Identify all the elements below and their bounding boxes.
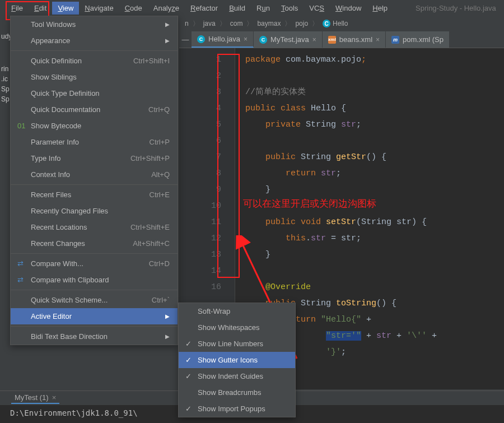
class-icon: C: [259, 36, 267, 44]
menu-recent-files[interactable]: Recent FilesCtrl+E: [11, 187, 178, 203]
submenu-show-indent-guides[interactable]: ✓Show Indent Guides: [179, 368, 295, 384]
breadcrumb-part[interactable]: java: [203, 20, 216, 27]
menubar: File Edit View Navigate Code Analyze Ref…: [0, 0, 504, 16]
menu-window[interactable]: Window: [330, 2, 367, 15]
tab-hello[interactable]: C Hello.java ×: [192, 31, 254, 48]
class-icon: C: [197, 35, 205, 43]
close-icon[interactable]: ×: [376, 36, 380, 44]
menu-recent-changes[interactable]: Recent ChangesAlt+Shift+C: [11, 235, 178, 252]
breadcrumb: n 〉 java 〉 com 〉 baymax 〉 pojo 〉 C Hello: [179, 16, 504, 31]
menu-separator: [11, 326, 178, 327]
chevron-right-icon: ▶: [165, 333, 170, 340]
submenu-show-breadcrumbs[interactable]: Show Breadcrumbs: [179, 384, 295, 401]
chevron-right-icon: 〉: [193, 19, 199, 29]
menu-quick-definition[interactable]: Quick DefinitionCtrl+Shift+I: [11, 53, 178, 69]
menu-recently-changed-files[interactable]: Recently Changed Files: [11, 203, 178, 219]
menu-quick-switch-scheme[interactable]: Quick Switch Scheme...Ctrl+`: [11, 292, 178, 308]
submenu-show-line-numbers[interactable]: ✓Show Line Numbers: [179, 336, 295, 352]
tab-beans[interactable]: xml beans.xml ×: [323, 31, 386, 48]
breadcrumb-part[interactable]: pojo: [295, 20, 308, 27]
menu-separator: [11, 253, 178, 254]
menu-context-info[interactable]: Context InfoAlt+Q: [11, 166, 178, 183]
submenu-show-gutter-icons[interactable]: ✓Show Gutter Icons: [179, 352, 295, 368]
menu-compare-with[interactable]: Compare With...Ctrl+D: [11, 255, 178, 272]
menu-quick-documentation[interactable]: Quick DocumentationCtrl+Q: [11, 101, 178, 118]
compare-icon: [17, 259, 26, 268]
menu-view[interactable]: View: [52, 2, 79, 15]
tab-label: beans.xml: [339, 35, 372, 44]
chevron-right-icon: ▶: [165, 38, 170, 44]
menu-tools[interactable]: Tools: [276, 2, 304, 15]
annotation-text: 可以在这里开启或关闭边沟图标: [243, 197, 376, 210]
active-editor-submenu: Soft-Wrap Show Whitespaces ✓Show Line Nu…: [178, 303, 296, 417]
submenu-show-whitespaces[interactable]: Show Whitespaces: [179, 319, 295, 336]
tab-pom[interactable]: m pom.xml (Sp: [386, 31, 450, 48]
menu-type-info[interactable]: Type InfoCtrl+Shift+P: [11, 150, 178, 166]
check-icon: ✓: [185, 356, 192, 364]
tab-label: MyTest (1): [15, 393, 49, 402]
menu-separator: [11, 290, 178, 290]
menu-navigate[interactable]: Navigate: [79, 2, 119, 15]
chevron-right-icon: ▶: [165, 21, 170, 27]
check-icon: ✓: [185, 405, 192, 413]
breadcrumb-start: n: [185, 20, 189, 27]
menu-quick-type-definition[interactable]: Quick Type Definition: [11, 85, 178, 101]
menu-separator: [11, 184, 178, 185]
chevron-right-icon: ▶: [165, 313, 170, 319]
menu-active-editor[interactable]: Active Editor▶: [11, 308, 178, 324]
check-icon: ✓: [185, 372, 192, 380]
tab-label: MyTest.java: [270, 35, 309, 44]
menu-show-bytecode[interactable]: 01Show Bytecode: [11, 118, 178, 134]
menu-analyze[interactable]: Analyze: [148, 2, 185, 15]
menu-appearance[interactable]: Appearance▶: [11, 32, 178, 49]
xml-icon: xml: [328, 36, 336, 44]
close-icon[interactable]: ×: [52, 393, 57, 402]
menu-vcs[interactable]: VCS: [304, 2, 330, 15]
breadcrumb-part[interactable]: baymax: [257, 20, 281, 27]
run-tab[interactable]: MyTest (1) ×: [11, 392, 59, 404]
submenu-soft-wrap[interactable]: Soft-Wrap: [179, 303, 295, 319]
chevron-right-icon: 〉: [312, 19, 319, 29]
breadcrumb-final[interactable]: Hello: [333, 20, 348, 27]
menu-refactor[interactable]: Refactor: [185, 2, 223, 15]
close-icon[interactable]: ×: [312, 36, 316, 44]
check-icon: ✓: [185, 340, 192, 348]
compare-icon: [17, 276, 26, 285]
close-icon[interactable]: ×: [244, 35, 248, 43]
menu-tool-windows[interactable]: Tool Windows▶: [11, 16, 178, 32]
editor-tabs: — C Hello.java × C MyTest.java × xml bea…: [179, 31, 504, 48]
menu-show-siblings[interactable]: Show Siblings: [11, 69, 178, 85]
menu-recent-locations[interactable]: Recent LocationsCtrl+Shift+E: [11, 219, 178, 235]
menu-build[interactable]: Build: [223, 2, 251, 15]
menu-edit[interactable]: Edit: [29, 2, 52, 15]
menu-run[interactable]: Run: [251, 2, 276, 15]
menu-separator: [11, 50, 178, 51]
tab-label: Hello.java: [208, 35, 240, 43]
tab-mytest[interactable]: C MyTest.java ×: [254, 31, 323, 48]
menu-parameter-info[interactable]: Parameter InfoCtrl+P: [11, 134, 178, 150]
collapse-icon[interactable]: —: [179, 31, 192, 48]
menu-help[interactable]: Help: [367, 2, 393, 15]
class-icon: C: [323, 20, 330, 27]
breadcrumb-part[interactable]: com: [230, 20, 243, 27]
menu-file[interactable]: File: [6, 2, 29, 15]
submenu-show-import-popups[interactable]: ✓Show Import Popups: [179, 401, 295, 417]
chevron-right-icon: 〉: [284, 19, 291, 29]
chevron-right-icon: 〉: [220, 19, 226, 29]
maven-icon: m: [391, 36, 399, 44]
tab-label: pom.xml (Sp: [403, 35, 444, 44]
menu-bidi-direction[interactable]: Bidi Text Base Direction▶: [11, 328, 178, 345]
window-title: Spring-Study - Hello.java: [416, 4, 496, 12]
menu-code[interactable]: Code: [119, 2, 148, 15]
menu-compare-clipboard[interactable]: Compare with Clipboard: [11, 272, 178, 288]
view-menu-dropdown: Tool Windows▶ Appearance▶ Quick Definiti…: [10, 16, 178, 345]
chevron-right-icon: 〉: [246, 19, 253, 29]
bytecode-icon: 01: [17, 122, 26, 131]
